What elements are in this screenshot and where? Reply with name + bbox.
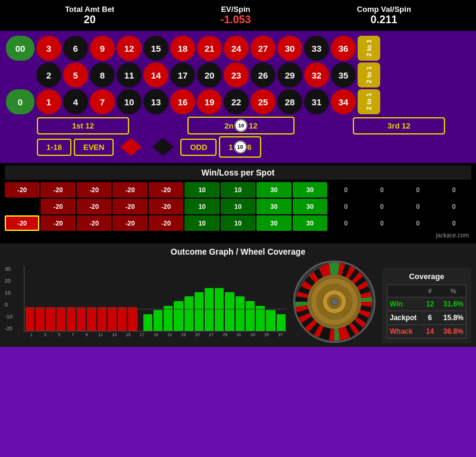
roulette-grid: 00 3 6 9 12 15 18 21 24 27 30 33 36 2 to… <box>6 36 470 114</box>
wl-r2c1 <box>5 199 39 214</box>
cell-25[interactable]: 25 <box>250 89 275 114</box>
cell-00[interactable]: 00 <box>6 36 35 61</box>
bar-g11 <box>246 301 255 331</box>
cell-30[interactable]: 30 <box>277 36 302 61</box>
bar-9 <box>108 307 117 331</box>
bar-8 <box>98 307 107 331</box>
cell-9[interactable]: 9 <box>90 36 115 61</box>
roulette-wheel <box>293 260 376 343</box>
cov-header-count: # <box>419 285 441 297</box>
cell-2[interactable]: 2 <box>36 62 61 87</box>
cell-14[interactable]: 14 <box>143 62 168 87</box>
comp-val-section: Comp Val/Spin 0.211 <box>357 5 411 26</box>
cell-34[interactable]: 34 <box>331 89 356 114</box>
bar-g1 <box>143 314 152 331</box>
bar-g8 <box>215 288 224 331</box>
wl-r3c7: 10 <box>221 215 255 231</box>
cell-19[interactable]: 19 <box>197 89 222 114</box>
cov-whack-pct: 36.8% <box>441 324 466 338</box>
cell-23[interactable]: 23 <box>224 62 249 87</box>
cell-15[interactable]: 15 <box>143 36 168 61</box>
cell-0[interactable]: 0 <box>6 89 35 114</box>
cell-32[interactable]: 32 <box>304 62 329 87</box>
bar-g12 <box>256 306 265 331</box>
cell-17[interactable]: 17 <box>170 62 195 87</box>
btn-odd[interactable]: ODD <box>180 139 217 156</box>
cell-18[interactable]: 18 <box>170 36 195 61</box>
grid-row-2: 2 5 8 11 14 17 20 23 26 29 32 35 2 to 1 <box>6 62 470 87</box>
dozen-btn-3rd[interactable]: 3rd 12 <box>353 117 445 134</box>
y-label-30: 30 <box>5 266 12 272</box>
cell-7[interactable]: 7 <box>90 89 115 114</box>
cell-10[interactable]: 10 <box>117 89 142 114</box>
btn-19-36[interactable]: 1 10 6 <box>219 136 261 158</box>
wl-r2c12: 0 <box>400 199 435 214</box>
cell-22[interactable]: 22 <box>224 89 249 114</box>
grid-row-3: 0 1 4 7 10 13 16 19 22 25 28 31 34 2 to … <box>6 89 470 114</box>
wl-r2c10: 0 <box>328 199 363 214</box>
cell-24[interactable]: 24 <box>224 36 249 61</box>
total-amt-bet-label: Total Amt Bet <box>65 5 114 14</box>
chip-2nd12: 10 <box>234 119 248 132</box>
cell-1[interactable]: 1 <box>36 89 61 114</box>
btn-1-18[interactable]: 1-18 <box>37 139 71 156</box>
cell-11[interactable]: 11 <box>117 62 142 87</box>
cell-4[interactable]: 4 <box>63 89 88 114</box>
cov-jackpot-value: 6 <box>419 311 441 324</box>
comp-val-value: 0.211 <box>357 14 411 26</box>
cell-36[interactable]: 36 <box>331 36 356 61</box>
roulette-table: 00 3 6 9 12 15 18 21 24 27 30 33 36 2 to… <box>0 31 476 163</box>
x-5: 5 <box>53 333 65 337</box>
cov-jackpot-label: Jackpot <box>387 311 419 324</box>
x-1: 1 <box>25 333 37 337</box>
x-37: 37 <box>274 333 287 337</box>
cell-35[interactable]: 35 <box>331 62 356 87</box>
wl-r1c1: -20 <box>5 182 39 198</box>
btn-even[interactable]: EVEN <box>74 139 114 156</box>
red-diamond[interactable] <box>116 137 146 157</box>
x-31: 31 <box>233 333 245 337</box>
side-btn-1[interactable]: 2 to 1 <box>358 36 380 61</box>
wl-r2c7: 10 <box>221 199 255 214</box>
bar-g7 <box>205 288 214 331</box>
19-36-text-2: 6 <box>248 143 252 152</box>
cell-12[interactable]: 12 <box>117 36 142 61</box>
wl-r3c13: 0 <box>437 215 471 231</box>
dozen-btn-2nd[interactable]: 2n 10 12 <box>187 117 295 134</box>
winloss-grid: -20 -20 -20 -20 -20 10 10 30 30 0 0 0 0 … <box>5 182 471 231</box>
cell-20[interactable]: 20 <box>197 62 222 87</box>
side-btn-3[interactable]: 2 to 1 <box>358 89 380 114</box>
cell-6[interactable]: 6 <box>63 36 88 61</box>
wl-r1c2: -20 <box>40 182 75 198</box>
cell-33[interactable]: 33 <box>304 36 329 61</box>
cell-31[interactable]: 31 <box>304 89 329 114</box>
coverage-title: Coverage <box>387 272 466 281</box>
x-21: 21 <box>164 333 176 337</box>
bar-g9 <box>225 292 234 331</box>
cell-27[interactable]: 27 <box>250 36 275 61</box>
x-7: 7 <box>67 333 79 337</box>
cell-5[interactable]: 5 <box>63 62 88 87</box>
winloss-section: Win/Loss per Spot -20 -20 -20 -20 -20 10… <box>0 163 476 243</box>
svg-marker-0 <box>120 138 142 156</box>
wl-r2c11: 0 <box>365 199 399 214</box>
cell-28[interactable]: 28 <box>277 89 302 114</box>
side-btn-2[interactable]: 2 to 1 <box>358 62 380 87</box>
y-label-0: 0 <box>5 302 12 308</box>
x-19: 19 <box>149 333 162 337</box>
bar-g4 <box>174 301 183 331</box>
cell-16[interactable]: 16 <box>170 89 195 114</box>
cell-3[interactable]: 3 <box>36 36 61 61</box>
cell-8[interactable]: 8 <box>90 62 115 87</box>
cell-21[interactable]: 21 <box>197 36 222 61</box>
wl-r3c8: 30 <box>256 215 291 231</box>
wl-r1c13: 0 <box>437 182 471 198</box>
dozen-btn-1st[interactable]: 1st 12 <box>37 117 129 134</box>
cell-13[interactable]: 13 <box>143 89 168 114</box>
wl-r3c4: -20 <box>112 215 147 231</box>
wl-r3c1: -20 <box>5 215 39 231</box>
cell-29[interactable]: 29 <box>277 62 302 87</box>
cov-whack-label: Whack <box>387 324 419 338</box>
black-diamond[interactable] <box>148 137 178 157</box>
cell-26[interactable]: 26 <box>250 62 275 87</box>
